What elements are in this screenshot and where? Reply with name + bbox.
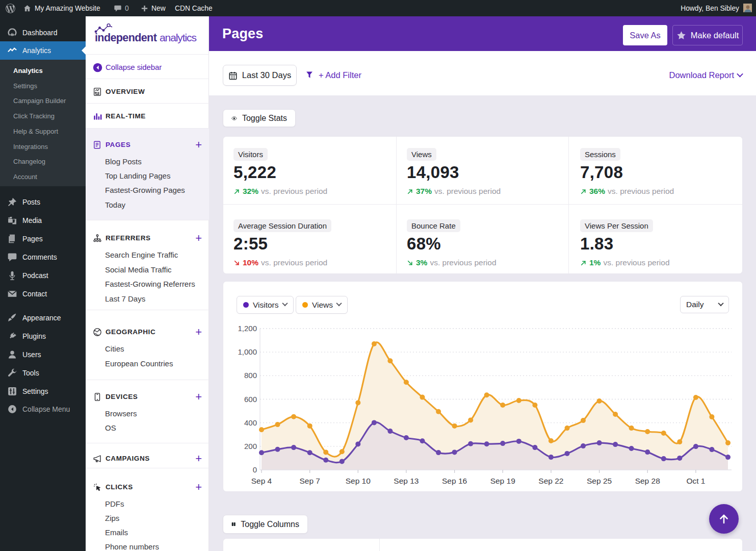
svg-text:1,200: 1,200	[238, 324, 257, 333]
svg-text:0: 0	[253, 465, 257, 474]
svg-text:independent: independent	[95, 32, 157, 44]
svg-text:200: 200	[244, 442, 257, 450]
svg-text:Oct 1: Oct 1	[686, 477, 705, 485]
svg-text:Sep 4: Sep 4	[251, 477, 272, 485]
svg-text:Sep 7: Sep 7	[299, 477, 320, 485]
svg-text:Sep 13: Sep 13	[394, 477, 419, 485]
svg-text:800: 800	[244, 371, 257, 380]
svg-text:Sep 25: Sep 25	[587, 477, 612, 485]
svg-text:Sep 19: Sep 19	[490, 477, 515, 485]
svg-text:Sep 16: Sep 16	[442, 477, 467, 485]
svg-text:400: 400	[244, 418, 257, 427]
svg-text:600: 600	[244, 395, 257, 404]
svg-text:analytics: analytics	[160, 32, 196, 43]
svg-text:Sep 22: Sep 22	[538, 477, 563, 485]
svg-text:Sep 28: Sep 28	[635, 477, 660, 485]
svg-text:1,000: 1,000	[238, 347, 257, 356]
svg-text:Sep 10: Sep 10	[346, 477, 371, 485]
